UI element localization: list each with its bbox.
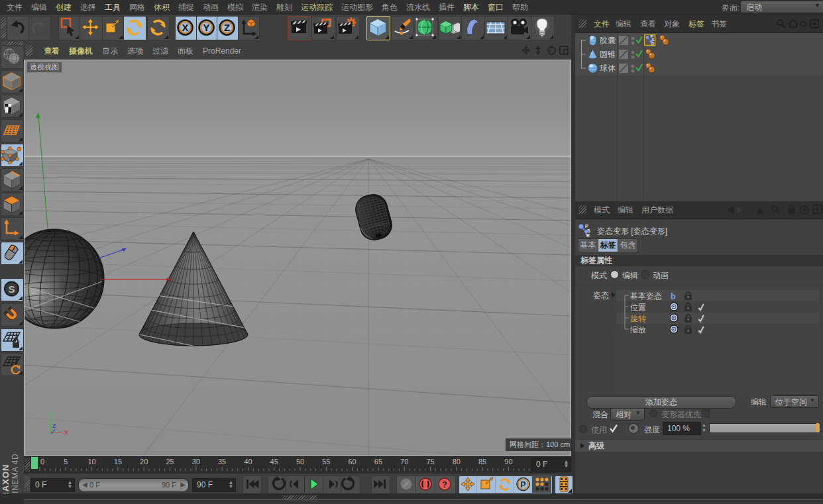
svg-text:X: X — [182, 22, 188, 33]
svg-text:球体: 球体 — [600, 64, 616, 73]
svg-text:45: 45 — [270, 458, 278, 466]
svg-text:R: R — [586, 233, 590, 238]
svg-text:Z: Z — [52, 423, 56, 429]
svg-text:75: 75 — [426, 458, 434, 466]
svg-text:Z: Z — [224, 22, 230, 33]
svg-text:S: S — [587, 228, 590, 233]
svg-text:缩放: 缩放 — [630, 325, 646, 334]
svg-text:S: S — [8, 283, 15, 295]
svg-text:15: 15 — [114, 458, 122, 466]
svg-text:R: R — [651, 42, 654, 46]
svg-text:基本姿态: 基本姿态 — [630, 291, 662, 301]
svg-text:50: 50 — [296, 458, 304, 466]
svg-text:40: 40 — [244, 458, 252, 466]
svg-text:60: 60 — [348, 458, 356, 466]
svg-text:35: 35 — [218, 458, 226, 466]
svg-text:Y: Y — [203, 22, 209, 33]
svg-text:Y: Y — [48, 411, 52, 418]
svg-text:65: 65 — [374, 458, 382, 466]
svg-text:?: ? — [442, 479, 447, 489]
svg-text:b: b — [671, 291, 676, 301]
svg-text:20: 20 — [140, 458, 148, 466]
svg-text:90: 90 — [504, 458, 512, 466]
svg-text:10: 10 — [87, 458, 95, 466]
svg-text:0: 0 — [40, 458, 44, 466]
svg-text:位置: 位置 — [630, 303, 646, 312]
svg-text:P: P — [520, 480, 525, 489]
svg-text:X: X — [64, 429, 68, 436]
svg-text:胶囊: 胶囊 — [600, 36, 616, 45]
svg-text:80: 80 — [453, 458, 461, 466]
svg-text:5: 5 — [64, 458, 68, 466]
svg-text:55: 55 — [322, 458, 330, 466]
svg-text:25: 25 — [166, 458, 174, 466]
svg-text:旋转: 旋转 — [630, 314, 646, 323]
svg-text:85: 85 — [478, 458, 486, 466]
svg-text:圆锥: 圆锥 — [600, 50, 616, 59]
svg-text:70: 70 — [400, 458, 408, 466]
